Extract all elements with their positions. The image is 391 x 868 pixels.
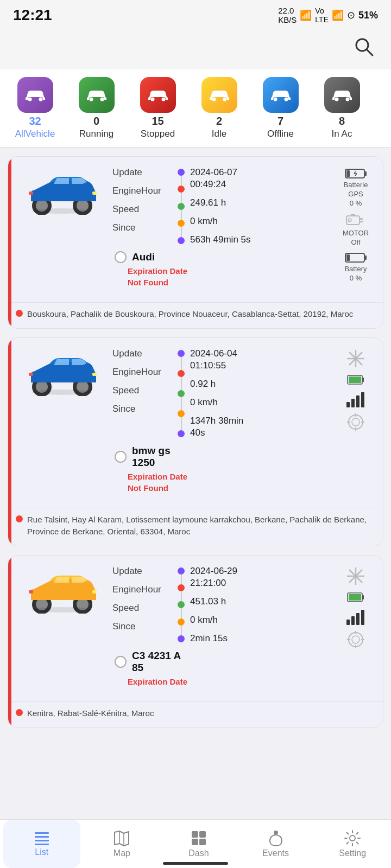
vehicle-radio-c3[interactable] xyxy=(115,656,127,668)
card-location-c3: Kenitra, Rabat-Salé-Kénitra, Maroc xyxy=(8,701,383,727)
dot2-c3 xyxy=(178,584,185,591)
car-image-audi xyxy=(20,167,107,290)
info-labels-c3: Update EngineHour Speed Since xyxy=(112,565,172,644)
speed-label-bmw: Speed xyxy=(112,385,172,397)
card-right-icons-bmw xyxy=(336,348,375,496)
card-info-audi: Update EngineHour Speed Since xyxy=(112,167,331,290)
map-nav-icon xyxy=(113,830,130,846)
dot1-c3 xyxy=(178,567,185,575)
motor-icon-item: MOTOR Off xyxy=(343,213,369,246)
yellow-car-svg xyxy=(20,567,104,614)
signal-strength-icon-item-c3 xyxy=(346,609,365,625)
snowflake-icon-c3 xyxy=(346,566,365,586)
tab-idle[interactable]: 2 Idle xyxy=(191,75,248,142)
update-label: Update xyxy=(112,167,172,178)
since-value-c3: 2min 15s xyxy=(190,633,331,644)
filter-tabs: 32 AllVehicle 0 Running 15 Stopped 2 Idl… xyxy=(0,69,391,148)
svg-rect-34 xyxy=(364,256,367,260)
tab-inac-label: In Ac xyxy=(332,129,352,139)
svg-point-72 xyxy=(354,575,357,578)
home-indicator xyxy=(163,862,228,865)
vehicle-card-c3[interactable]: Update EngineHour Speed Since xyxy=(8,555,383,728)
svg-rect-22 xyxy=(364,171,367,176)
nav-list[interactable]: List xyxy=(3,820,80,868)
card-expiry-c3: Expiration Date xyxy=(120,674,331,690)
tab-stopped[interactable]: 15 Stopped xyxy=(129,75,186,142)
search-bar xyxy=(0,28,391,69)
dot4-bmw xyxy=(178,410,185,417)
svg-rect-75 xyxy=(349,594,361,601)
battery-green-icon xyxy=(347,374,364,386)
status-time: 12:21 xyxy=(13,7,52,24)
svg-point-97 xyxy=(350,835,355,841)
setting-nav-icon xyxy=(344,830,361,846)
battery-icon: ⊙ xyxy=(347,9,355,21)
svg-rect-54 xyxy=(361,392,364,407)
line2-bmw xyxy=(181,377,182,390)
tab-running[interactable]: 0 Running xyxy=(68,75,125,142)
line1-bmw xyxy=(181,357,182,370)
svg-rect-28 xyxy=(351,214,355,216)
tab-inac[interactable]: 8 In Ac xyxy=(313,75,370,142)
location-dot-bmw xyxy=(16,515,23,522)
enginehour-value-bmw: 0.92 h xyxy=(190,378,331,390)
motor-label: MOTOR xyxy=(343,229,369,237)
status-icons: 22.0KB/S 📶 VoLTE 📶 ⊙ 51% xyxy=(278,6,378,24)
svg-point-80 xyxy=(349,633,363,647)
line2-c3 xyxy=(181,591,182,601)
svg-rect-88 xyxy=(35,840,49,841)
svg-rect-92 xyxy=(192,831,198,838)
svg-rect-51 xyxy=(346,402,350,407)
setting-nav-label: Setting xyxy=(339,848,366,858)
dot-since xyxy=(178,220,185,227)
batterie-icon-item: Batterie GPS 0 % xyxy=(344,168,368,207)
vehicle-radio[interactable] xyxy=(115,251,127,263)
tab-all-label: AllVehicle xyxy=(15,129,55,139)
svg-rect-78 xyxy=(356,613,360,625)
battery2-label: Battery xyxy=(344,265,367,273)
nav-setting[interactable]: Setting xyxy=(314,820,391,868)
svg-point-55 xyxy=(349,415,363,429)
tab-inac-count: 8 xyxy=(339,115,345,127)
update-value-bmw: 2024-06-0401:10:55 xyxy=(190,348,331,372)
tab-offline[interactable]: 7 Offline xyxy=(252,75,309,142)
vehicle-card-audi[interactable]: Update EngineHour Speed Since xyxy=(8,156,383,329)
target-icon-item xyxy=(346,413,365,431)
search-button[interactable] xyxy=(350,33,378,61)
vehicle-radio-bmw[interactable] xyxy=(115,451,127,463)
card-accent-bar xyxy=(8,157,11,328)
svg-point-96 xyxy=(274,831,278,835)
info-rows: Update EngineHour Speed Since xyxy=(112,167,331,246)
info-values-bmw: 2024-06-0401:10:55 0.92 h 0 km/h 1347h 3… xyxy=(190,348,331,439)
dot-enginehour xyxy=(178,186,185,193)
battery-percent: 51% xyxy=(358,10,378,21)
battery-green-icon-item xyxy=(347,374,364,386)
svg-rect-18 xyxy=(92,192,97,195)
nav-events[interactable]: Events xyxy=(237,820,314,868)
svg-point-42 xyxy=(32,390,92,395)
svg-point-47 xyxy=(354,357,357,360)
location-dot-c3 xyxy=(16,709,23,716)
enginehour-value-c3: 451.03 h xyxy=(190,596,331,608)
tab-all-vehicle[interactable]: 32 AllVehicle xyxy=(7,75,64,142)
battery2-icon-item: Battery 0 % xyxy=(344,252,367,282)
svg-point-9 xyxy=(223,98,226,101)
expiry-text-c3: Expiration Date xyxy=(128,677,187,686)
info-rows-bmw: Update EngineHour Speed Since xyxy=(112,348,331,439)
wifi-icon: 📶 xyxy=(300,9,312,21)
enginehour-label: EngineHour xyxy=(112,185,172,197)
nav-map[interactable]: Map xyxy=(84,820,161,868)
dot1-bmw xyxy=(178,350,185,357)
battery2-icon xyxy=(345,252,367,264)
target-icon-item-c3 xyxy=(346,630,365,649)
nav-dash[interactable]: Dash xyxy=(160,820,237,868)
vehicle-card-bmw[interactable]: Update EngineHour Speed Since xyxy=(8,337,383,546)
info-labels-bmw: Update EngineHour Speed Since xyxy=(112,348,172,439)
dot5-c3 xyxy=(178,635,185,642)
battery-green-icon-c3 xyxy=(347,591,364,603)
dot-extra xyxy=(178,237,185,244)
timeline-line4 xyxy=(181,227,182,237)
svg-rect-49 xyxy=(362,378,364,382)
signal-icon: 📶 xyxy=(332,9,344,21)
tab-stopped-label: Stopped xyxy=(141,129,175,139)
